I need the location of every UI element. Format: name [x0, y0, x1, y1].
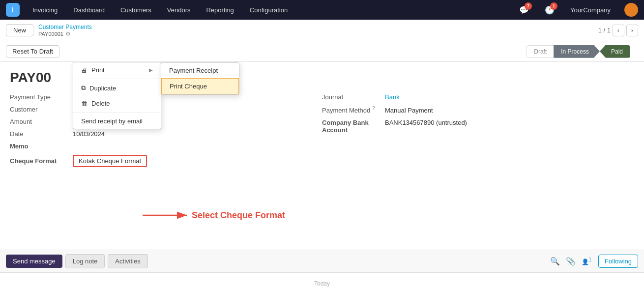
company-bank-value: BANK134567890 (untrusted): [385, 119, 467, 126]
print-submenu: Payment Receipt Print Cheque: [161, 62, 239, 95]
settings-icon[interactable]: ⚙: [65, 30, 71, 37]
printer-icon: 🖨: [81, 66, 88, 74]
status-in-process: In Process: [554, 45, 600, 58]
cheque-format-value[interactable]: Kotak Cheque Format: [73, 155, 147, 167]
app-logo[interactable]: i: [6, 3, 20, 17]
status-draft: Draft: [527, 45, 554, 58]
payment-method-help-icon[interactable]: ?: [372, 106, 375, 111]
print-cheque-item[interactable]: Print Cheque: [161, 78, 239, 94]
memo-row: Memo: [10, 143, 312, 150]
nav-dashboard[interactable]: Dashboard: [70, 4, 108, 16]
amount-label: Amount: [10, 118, 69, 125]
action-dropdown-menu: 🖨 Print ▶ Payment Receipt Print Cheque ⧉…: [73, 62, 161, 129]
search-icon[interactable]: 🔍: [550, 257, 560, 266]
status-paid: Paid: [600, 45, 630, 58]
customer-label: Customer: [10, 106, 69, 113]
payment-type-label: Payment Type: [10, 93, 69, 101]
payment-method-value: Manual Payment: [385, 107, 433, 114]
send-message-button[interactable]: Send message: [6, 255, 62, 268]
action-bar: Reset To Draft Draft In Process Paid: [0, 41, 644, 62]
nav-configuration[interactable]: Configuration: [247, 4, 291, 16]
follower-count: 👤1: [582, 257, 592, 265]
cheque-format-annotation: Select Cheque Format: [143, 208, 285, 222]
duplicate-menu-item[interactable]: ⧉ Duplicate: [73, 80, 161, 96]
memo-label: Memo: [10, 143, 69, 150]
journal-value[interactable]: Bank: [385, 93, 400, 101]
nav-reporting[interactable]: Reporting: [203, 4, 236, 16]
status-bar: Draft In Process Paid: [527, 45, 630, 58]
reset-to-draft-button[interactable]: Reset To Draft: [6, 45, 59, 57]
payment-method-label: Payment Method ?: [322, 106, 381, 114]
page-indicator: 1 / 1: [598, 27, 611, 34]
alerts-badge: 1: [550, 2, 557, 10]
company-name: YourCompany: [570, 6, 611, 14]
breadcrumb-current: PAY00001 ⚙: [38, 30, 92, 37]
alerts-button[interactable]: 🕐 1: [545, 5, 555, 15]
prev-page-button[interactable]: ‹: [613, 25, 624, 36]
send-receipt-menu-item[interactable]: Send receipt by email: [73, 114, 161, 129]
payment-method-row: Payment Method ? Manual Payment: [322, 106, 624, 114]
form-right-section: Journal Bank Payment Method ? Manual Pay…: [322, 93, 634, 172]
trash-icon: 🗑: [81, 100, 88, 107]
top-navigation: i Invoicing Dashboard Customers Vendors …: [0, 0, 644, 20]
delete-menu-item[interactable]: 🗑 Delete: [73, 96, 161, 111]
notifications-button[interactable]: 💬 7: [519, 5, 529, 15]
attachment-icon[interactable]: 📎: [566, 257, 576, 266]
footer-text: Today: [314, 280, 330, 287]
new-button[interactable]: New: [6, 24, 33, 36]
page-navigation: 1 / 1 ‹ ›: [598, 25, 638, 36]
date-value: 10/03/2024: [73, 130, 105, 138]
select-cheque-format-label: Select Cheque Format: [192, 210, 285, 221]
company-bank-label: Company BankAccount: [322, 119, 381, 134]
company-bank-row: Company BankAccount BANK134567890 (untru…: [322, 119, 624, 134]
date-row: Date 10/03/2024: [10, 130, 312, 138]
log-note-button[interactable]: Log note: [65, 254, 105, 268]
submenu-arrow-icon: ▶: [149, 67, 153, 73]
print-menu-item[interactable]: 🖨 Print ▶ Payment Receipt Print Cheque: [73, 62, 161, 78]
date-label: Date: [10, 130, 69, 138]
bottom-bar: Send message Log note Activities 🔍 📎 👤1 …: [0, 250, 644, 272]
cheque-arrow-svg: [143, 208, 192, 222]
notifications-badge: 7: [525, 2, 532, 10]
breadcrumb-bar: New Customer Payments PAY00001 ⚙ 1 / 1 ‹…: [0, 20, 644, 41]
footer: Today: [0, 272, 644, 287]
form-left-section: Payment Type Customer Azure Interior Amo…: [10, 93, 322, 172]
breadcrumb: Customer Payments PAY00001 ⚙: [38, 24, 92, 37]
journal-label: Journal: [322, 93, 381, 101]
cheque-format-label: Cheque Format: [10, 157, 69, 165]
journal-row: Journal Bank: [322, 93, 624, 101]
nav-customers[interactable]: Customers: [117, 4, 154, 16]
payment-receipt-item[interactable]: Payment Receipt: [161, 63, 239, 78]
bottom-icons: 🔍 📎 👤1 Following: [550, 255, 638, 268]
activities-button[interactable]: Activities: [108, 254, 147, 268]
next-page-button[interactable]: ›: [626, 25, 638, 36]
breadcrumb-parent[interactable]: Customer Payments: [38, 24, 92, 30]
duplicate-icon: ⧉: [81, 84, 86, 92]
following-button[interactable]: Following: [598, 255, 638, 268]
cheque-format-row: Cheque Format Kotak Cheque Format: [10, 155, 312, 167]
user-avatar[interactable]: [624, 3, 638, 17]
nav-invoicing[interactable]: Invoicing: [29, 4, 60, 16]
nav-vendors[interactable]: Vendors: [164, 4, 194, 16]
